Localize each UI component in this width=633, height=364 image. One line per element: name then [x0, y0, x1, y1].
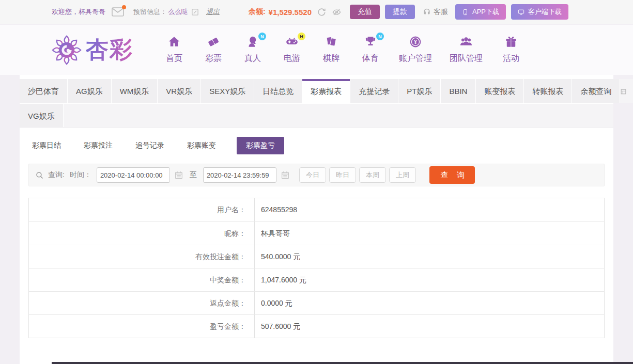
table-row: 盈亏金额：507.6000 元 — [29, 314, 604, 338]
time-label: 时间： — [70, 170, 91, 180]
tab-item[interactable]: 转账报表 — [524, 79, 572, 103]
row-value: 1,047.6000 元 — [255, 268, 604, 291]
svg-text:¥: ¥ — [414, 39, 417, 45]
end-time-input[interactable] — [203, 167, 276, 183]
tab-item[interactable]: PT娱乐 — [398, 79, 441, 103]
tab-item[interactable]: 彩票报表 — [302, 79, 350, 103]
table-row: 昵称：杯具哥哥 — [29, 221, 604, 245]
headset-icon — [422, 7, 431, 17]
nav-label: 真人 — [244, 53, 261, 64]
nav-item-cards[interactable]: 棋牌 — [320, 36, 342, 64]
mail-icon[interactable] — [112, 7, 124, 17]
trophy-icon — [363, 35, 378, 51]
customer-service-button[interactable]: 客服 — [422, 7, 448, 17]
client-download-label: 客户端下载 — [528, 7, 562, 17]
row-label: 中奖金额： — [29, 268, 255, 291]
subtab-item[interactable]: 彩票账变 — [185, 137, 218, 154]
content-card: 沙巴体育AG娱乐WM娱乐VR娱乐SEXY娱乐日结总览彩票报表充提记录PT娱乐BB… — [20, 75, 613, 364]
nav-item-trophy[interactable]: N体育 — [360, 36, 381, 64]
logo-flower-icon — [52, 35, 82, 65]
live-person-icon — [245, 35, 260, 51]
logout-link[interactable]: 退出 — [206, 7, 220, 17]
search-submit-button[interactable]: 查 询 — [429, 166, 475, 184]
nav-label: 活动 — [503, 53, 519, 64]
start-time-input[interactable] — [97, 167, 170, 183]
tab-item[interactable]: VR娱乐 — [158, 79, 201, 103]
logo-text: 杏彩 — [86, 35, 133, 65]
eye-off-icon[interactable] — [332, 7, 342, 17]
reserved-info-value[interactable]: 么么哒 — [168, 7, 188, 17]
row-label: 用户名： — [29, 198, 255, 221]
tab-item[interactable]: 账变报表 — [476, 79, 524, 103]
refresh-icon[interactable] — [317, 7, 327, 17]
coin-icon: ¥ — [408, 35, 423, 51]
nav-item-home[interactable]: 首页 — [163, 36, 185, 64]
calendar-icon[interactable] — [281, 170, 290, 180]
subtab-item[interactable]: 彩票投注 — [82, 137, 115, 154]
nav-item-ticket[interactable]: 彩票 — [203, 36, 224, 64]
username-text: 杯具哥哥 — [79, 7, 105, 17]
quick-buttons: 今日昨日本周上周 — [294, 167, 416, 183]
footer-edge — [52, 362, 633, 364]
app-download-label: APP下载 — [472, 7, 499, 17]
quick-date-button[interactable]: 今日 — [299, 167, 326, 183]
monitor-icon — [518, 8, 524, 16]
calendar-icon[interactable] — [174, 170, 183, 180]
query-bar: 查询: 时间： 至 今日昨日本周上周 查 询 — [28, 164, 605, 186]
tab-item[interactable]: AG娱乐 — [68, 79, 112, 103]
gamepad-icon — [285, 35, 299, 51]
tab-item[interactable]: 余额查询 — [572, 79, 620, 103]
row-label: 盈亏金额： — [29, 315, 255, 338]
app-download-button[interactable]: APP下载 — [455, 4, 506, 20]
gift-icon — [504, 35, 518, 51]
nav-label: 电游 — [284, 53, 300, 64]
tab-item[interactable]: BBIN — [441, 79, 476, 103]
deposit-button[interactable]: 充值 — [350, 5, 380, 19]
tab-item[interactable]: VG娱乐 — [20, 104, 64, 127]
row-value: 540.0000 元 — [255, 245, 604, 268]
subtab-item[interactable]: 追号记录 — [133, 137, 166, 154]
cards-icon — [324, 35, 338, 51]
nav-item-live-person[interactable]: N真人 — [242, 36, 264, 64]
welcome-text: 欢迎您， — [52, 7, 79, 17]
subtab-item[interactable]: 彩票日结 — [30, 137, 63, 154]
table-row: 用户名：624855298 — [29, 198, 604, 221]
nav-item-gamepad[interactable]: H电游 — [281, 36, 303, 64]
row-value: 0.0000 元 — [255, 292, 604, 314]
site-logo[interactable]: 杏彩 — [52, 35, 133, 65]
nav-item-coin[interactable]: ¥账户管理 — [399, 36, 432, 64]
main-nav: 首页彩票N真人H电游棋牌N体育¥账户管理团队管理活动 — [163, 36, 522, 64]
quick-date-button[interactable]: 昨日 — [329, 167, 356, 183]
quick-date-button[interactable]: 本周 — [359, 167, 386, 183]
tab-item[interactable]: 充提记录 — [350, 79, 398, 103]
tab-item[interactable]: WM娱乐 — [112, 79, 158, 103]
edit-icon[interactable] — [191, 8, 199, 16]
row-label: 有效投注金额： — [29, 245, 255, 268]
nav-label: 棋牌 — [323, 53, 339, 64]
page: 欢迎您， 杯具哥哥 预留信息： 么么哒 退出 余额: ¥1,529.5520 — [0, 0, 633, 364]
tab-item[interactable]: 沙巴体育 — [20, 79, 68, 103]
subtab-item[interactable]: 彩票盈亏 — [237, 137, 284, 154]
notification-dot — [122, 5, 126, 9]
query-label: 查询: — [48, 170, 65, 180]
phone-icon — [462, 8, 469, 16]
row-value: 507.6000 元 — [255, 315, 604, 338]
tab-row-2: VG娱乐 — [20, 103, 613, 128]
withdraw-button[interactable]: 提款 — [385, 5, 415, 19]
badge-n: N — [258, 33, 266, 40]
balance-label: 余额: — [249, 7, 266, 17]
window-icon[interactable] — [620, 88, 627, 94]
tab-row-1: 沙巴体育AG娱乐WM娱乐VR娱乐SEXY娱乐日结总览彩票报表充提记录PT娱乐BB… — [20, 79, 613, 103]
ticket-icon — [206, 35, 221, 51]
nav-label: 彩票 — [205, 53, 222, 64]
row-value: 杯具哥哥 — [255, 222, 604, 245]
quick-date-button[interactable]: 上周 — [389, 167, 416, 183]
client-download-button[interactable]: 客户端下载 — [511, 4, 568, 20]
nav-item-team[interactable]: 团队管理 — [450, 36, 483, 64]
nav-item-gift[interactable]: 活动 — [500, 36, 522, 64]
team-icon — [459, 35, 473, 51]
nav-label: 体育 — [362, 53, 379, 64]
tab-item[interactable]: 日结总览 — [254, 79, 302, 103]
tab-item[interactable]: SEXY娱乐 — [201, 79, 254, 103]
row-label: 昵称： — [29, 222, 255, 245]
